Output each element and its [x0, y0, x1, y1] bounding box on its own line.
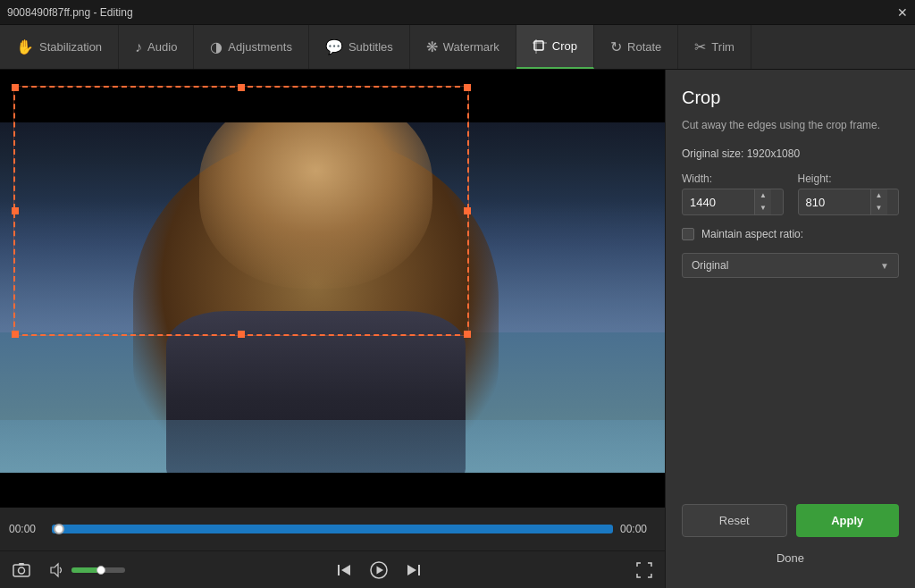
tab-rotate[interactable]: ↻ Rotate: [594, 25, 678, 69]
crop-panel-title: Crop: [682, 88, 899, 108]
reset-button[interactable]: Reset: [682, 504, 787, 537]
skip-back-button[interactable]: [332, 559, 356, 582]
svg-point-4: [19, 567, 25, 574]
height-group: Height: ▲ ▼: [798, 172, 900, 215]
window-title: 9008490f87ff.png - Editing: [7, 6, 133, 19]
height-input[interactable]: [799, 190, 870, 214]
done-row: Done: [682, 546, 899, 570]
dimension-row: Width: ▲ ▼ Height: ▲ ▼: [682, 172, 899, 215]
svg-marker-6: [51, 564, 58, 576]
video-container: [0, 70, 665, 508]
adjustments-icon: ◑: [210, 38, 222, 55]
time-start: 00:00: [9, 523, 45, 535]
width-decrement[interactable]: ▼: [755, 202, 771, 214]
time-end: 00:00: [620, 523, 656, 535]
height-increment[interactable]: ▲: [871, 189, 887, 202]
progress-thumb[interactable]: [54, 524, 64, 534]
svg-rect-5: [19, 563, 24, 566]
trim-icon: ✂: [694, 38, 706, 55]
dropdown-chevron-icon: ▼: [880, 261, 889, 271]
svg-marker-10: [377, 566, 384, 574]
letterbox-top: [0, 70, 665, 122]
tab-audio[interactable]: ♪ Audio: [119, 25, 194, 69]
width-input[interactable]: [683, 190, 754, 214]
volume-bar[interactable]: [71, 567, 125, 573]
video-frame: [0, 70, 665, 508]
tab-trim-label: Trim: [711, 40, 735, 54]
screenshot-button[interactable]: [9, 558, 34, 583]
tab-adjustments-label: Adjustments: [228, 40, 292, 54]
volume-control[interactable]: [45, 559, 125, 582]
tab-watermark-label: Watermark: [443, 40, 499, 54]
tab-watermark[interactable]: ❋ Watermark: [410, 25, 516, 69]
tab-crop[interactable]: Crop: [516, 25, 594, 69]
buttons-row: Reset Apply: [682, 490, 899, 537]
height-spinner: ▲ ▼: [870, 189, 887, 214]
tab-bar: ✋ Stabilization ♪ Audio ◑ Adjustments 💬 …: [0, 25, 915, 70]
done-button[interactable]: Done: [759, 546, 822, 570]
progress-bar[interactable]: [52, 525, 613, 533]
aspect-ratio-row: Maintain aspect ratio:: [682, 228, 899, 240]
timeline: 00:00 00:00: [0, 508, 665, 550]
watermark-icon: ❋: [426, 38, 438, 55]
crop-icon: [533, 38, 547, 55]
tab-adjustments[interactable]: ◑ Adjustments: [194, 25, 309, 69]
height-label: Height:: [798, 172, 900, 185]
video-panel: 00:00 00:00: [0, 70, 665, 588]
volume-thumb[interactable]: [97, 566, 105, 575]
svg-marker-8: [341, 565, 350, 575]
rotate-icon: ↻: [610, 38, 622, 55]
aspect-ratio-value: Original: [692, 259, 728, 272]
height-input-wrapper: ▲ ▼: [798, 189, 900, 215]
play-button[interactable]: [366, 558, 391, 583]
svg-marker-12: [407, 565, 416, 575]
aspect-ratio-dropdown[interactable]: Original ▼: [682, 253, 899, 278]
fullscreen-button[interactable]: [633, 559, 656, 582]
original-size-text: Original size: 1920x1080: [682, 147, 899, 160]
close-button[interactable]: ✕: [897, 6, 908, 19]
svg-rect-11: [418, 565, 420, 575]
tab-stabilization[interactable]: ✋ Stabilization: [0, 25, 119, 69]
tab-subtitles-label: Subtitles: [348, 40, 393, 54]
letterbox-bottom: [0, 473, 665, 508]
width-spinner: ▲ ▼: [754, 189, 771, 214]
width-input-wrapper: ▲ ▼: [682, 189, 784, 215]
svg-rect-7: [338, 565, 340, 575]
tab-trim[interactable]: ✂ Trim: [678, 25, 751, 69]
crop-description: Cut away the edges using the crop frame.: [682, 117, 899, 133]
tab-subtitles[interactable]: 💬 Subtitles: [309, 25, 410, 69]
width-label: Width:: [682, 172, 784, 185]
tab-audio-label: Audio: [147, 40, 177, 54]
width-group: Width: ▲ ▼: [682, 172, 784, 215]
tab-crop-label: Crop: [552, 39, 577, 53]
title-bar: 9008490f87ff.png - Editing ✕: [0, 0, 915, 25]
volume-button[interactable]: [45, 559, 68, 582]
maintain-aspect-checkbox[interactable]: [682, 228, 694, 240]
height-decrement[interactable]: ▼: [871, 202, 887, 214]
audio-icon: ♪: [135, 39, 142, 55]
svg-rect-3: [13, 565, 29, 576]
apply-button[interactable]: Apply: [796, 504, 900, 537]
controls-bar: [0, 550, 665, 588]
stabilization-icon: ✋: [16, 38, 34, 55]
skip-forward-button[interactable]: [402, 559, 425, 582]
maintain-aspect-label: Maintain aspect ratio:: [701, 228, 803, 240]
subtitles-icon: 💬: [325, 38, 343, 55]
main-area: 00:00 00:00: [0, 70, 915, 588]
tab-stabilization-label: Stabilization: [39, 40, 102, 54]
tab-rotate-label: Rotate: [627, 40, 661, 54]
right-panel: Crop Cut away the edges using the crop f…: [665, 70, 915, 588]
width-increment[interactable]: ▲: [755, 189, 771, 202]
